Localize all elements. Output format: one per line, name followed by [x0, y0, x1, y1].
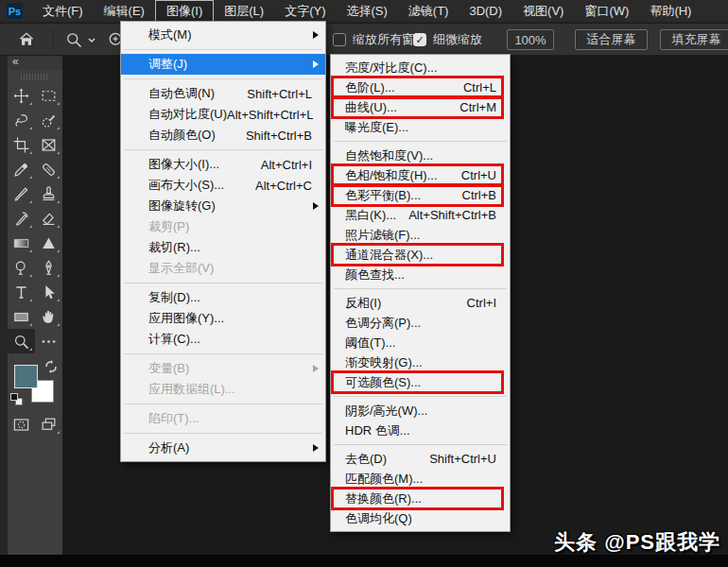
- panel-grip[interactable]: [21, 72, 49, 81]
- options-bar: 缩放所有窗口 ✓ 细微缩放 100% 适合屏幕 填充屏幕: [0, 24, 728, 56]
- blur-tool-button[interactable]: [35, 231, 62, 255]
- eyedropper-tool-button[interactable]: [8, 157, 35, 181]
- menu-item[interactable]: 反相(I)Ctrl+I: [331, 293, 510, 313]
- collapse-tools-button[interactable]: «: [8, 56, 62, 70]
- frame-tool-button[interactable]: [35, 132, 62, 157]
- mode-buttons: [8, 412, 62, 437]
- menu-item[interactable]: 通道混合器(X)...: [331, 245, 510, 265]
- menu-item[interactable]: 可选颜色(S)...: [331, 372, 510, 392]
- path-selection-tool-button[interactable]: [35, 280, 62, 304]
- menu-arrow-spacer: [495, 123, 505, 132]
- marquee-tool-button[interactable]: [35, 83, 62, 108]
- foreground-color-swatch[interactable]: [14, 365, 38, 388]
- menu-arrow-spacer: [495, 455, 505, 464]
- menubar-item[interactable]: 图层(L): [214, 0, 274, 23]
- menu-item-label: 亮度/对比度(C)...: [331, 60, 438, 77]
- quick-selection-tool-button[interactable]: [35, 108, 62, 132]
- home-button[interactable]: [17, 24, 36, 56]
- menubar-item[interactable]: 帮助(H): [639, 0, 702, 23]
- zoom-tool-options-button[interactable]: [64, 24, 96, 56]
- options-separator: [53, 28, 54, 51]
- menu-item[interactable]: 去色(D)Shift+Ctrl+U: [331, 449, 510, 469]
- menu-item-label: 自动对比度(U): [121, 106, 227, 123]
- gradient-tool-button[interactable]: [8, 231, 35, 255]
- menu-item-label: 复制(D)...: [121, 289, 200, 306]
- menubar-item[interactable]: 3D(D): [459, 0, 512, 23]
- zoom-all-windows-checkbox[interactable]: [333, 33, 346, 46]
- menu-item[interactable]: 画布大小(S)...Alt+Ctrl+C: [121, 175, 325, 196]
- default-colors-icon[interactable]: [10, 393, 24, 406]
- menu-item[interactable]: 图像大小(I)...Alt+Ctrl+I: [121, 154, 325, 175]
- menu-item[interactable]: 裁切(R)...: [121, 237, 325, 258]
- healing-brush-tool-button[interactable]: [35, 157, 62, 181]
- menu-item[interactable]: 色相/饱和度(H)...Ctrl+U: [331, 165, 510, 185]
- menu-item[interactable]: 颜色查找...: [331, 265, 510, 284]
- menu-item[interactable]: 照片滤镜(F)...: [331, 225, 510, 245]
- menu-item-label: 阈值(T)...: [331, 335, 395, 352]
- menu-item[interactable]: 调整(J): [121, 54, 325, 75]
- eraser-tool-button[interactable]: [35, 206, 62, 231]
- menu-item[interactable]: 色调分离(P)...: [331, 313, 510, 333]
- swap-colors-icon[interactable]: [43, 359, 59, 374]
- fill-screen-button[interactable]: 填充屏幕: [660, 29, 728, 50]
- menu-item[interactable]: 图像旋转(G): [121, 196, 325, 216]
- menu-item[interactable]: 色阶(L)...Ctrl+L: [331, 77, 510, 97]
- scrubby-zoom-option[interactable]: ✓ 细微缩放: [413, 24, 482, 56]
- menubar-item[interactable]: 文件(F): [32, 0, 94, 23]
- menu-item[interactable]: 分析(A): [121, 438, 325, 458]
- menubar-item[interactable]: 窗口(W): [574, 0, 639, 23]
- menu-item[interactable]: 应用图像(Y)...: [121, 308, 325, 329]
- menu-item[interactable]: 色调均化(Q): [331, 508, 510, 528]
- menubar-item[interactable]: 视图(V): [512, 0, 574, 23]
- hand-tool-button[interactable]: [35, 304, 62, 329]
- zoom-tool-button[interactable]: [8, 329, 35, 353]
- type-tool-button[interactable]: [8, 280, 35, 304]
- quick-mask-button[interactable]: [8, 412, 35, 437]
- menubar-item[interactable]: 图像(I): [155, 0, 214, 23]
- menu-arrow-spacer: [495, 406, 505, 416]
- menubar-item[interactable]: 编辑(E): [94, 0, 155, 23]
- more-tools-button[interactable]: [35, 329, 62, 353]
- menu-item[interactable]: 自然饱和度(V)...: [331, 146, 510, 165]
- menu-item[interactable]: 模式(M): [121, 25, 325, 45]
- submenu-arrow-icon: [311, 443, 321, 453]
- menu-item[interactable]: 自动色调(N)Shift+Ctrl+L: [121, 83, 325, 104]
- screen-mode-button[interactable]: [35, 412, 62, 437]
- brush-tool-button[interactable]: [8, 181, 35, 206]
- menubar-item[interactable]: 滤镜(T): [398, 0, 459, 23]
- menu-arrow-spacer: [311, 314, 321, 323]
- menu-item[interactable]: 曲线(U)...Ctrl+M: [331, 97, 510, 117]
- menu-item[interactable]: HDR 色调...: [331, 421, 510, 440]
- menu-item[interactable]: 渐变映射(G)...: [331, 352, 510, 372]
- menu-item[interactable]: 黑白(K)...Alt+Shift+Ctrl+B: [331, 205, 510, 225]
- lasso-tool-button[interactable]: [8, 108, 35, 132]
- menu-item[interactable]: 计算(C)...: [121, 329, 325, 350]
- menu-item[interactable]: 匹配颜色(M)...: [331, 469, 510, 489]
- menu-item[interactable]: 亮度/对比度(C)...: [331, 58, 510, 77]
- crop-tool-button[interactable]: [8, 132, 35, 157]
- menu-item[interactable]: 色彩平衡(B)...Ctrl+B: [331, 185, 510, 205]
- menu-item[interactable]: 阈值(T)...: [331, 333, 510, 352]
- menubar-item[interactable]: 选择(S): [336, 0, 397, 23]
- move-tool-button[interactable]: [8, 83, 35, 108]
- menu-item[interactable]: 自动对比度(U)Alt+Shift+Ctrl+L: [121, 104, 325, 125]
- menu-arrow-spacer: [495, 211, 505, 220]
- clone-stamp-tool-button[interactable]: [35, 181, 62, 206]
- menu-item[interactable]: 阴影/高光(W)...: [331, 401, 510, 421]
- menu-item[interactable]: 曝光度(E)...: [331, 117, 510, 137]
- menu-item[interactable]: 复制(D)...: [121, 287, 325, 308]
- shape-tool-button[interactable]: [8, 304, 35, 329]
- fit-screen-button[interactable]: 适合屏幕: [575, 29, 648, 50]
- magnifier-icon: [64, 30, 83, 49]
- menu-item-label: 照片滤镜(F)...: [331, 227, 420, 244]
- dodge-tool-icon: [12, 259, 30, 277]
- menu-item[interactable]: 替换颜色(R)...: [331, 489, 510, 508]
- menu-arrow-spacer: [495, 514, 505, 524]
- scrubby-zoom-checkbox[interactable]: ✓: [413, 33, 426, 46]
- zoom-percent-field[interactable]: 100%: [507, 29, 554, 50]
- history-brush-tool-button[interactable]: [8, 206, 35, 231]
- menubar-item[interactable]: 文字(Y): [274, 0, 336, 23]
- menu-item[interactable]: 自动颜色(O)Shift+Ctrl+B: [121, 125, 325, 146]
- pen-tool-button[interactable]: [35, 255, 62, 280]
- dodge-tool-button[interactable]: [8, 255, 35, 280]
